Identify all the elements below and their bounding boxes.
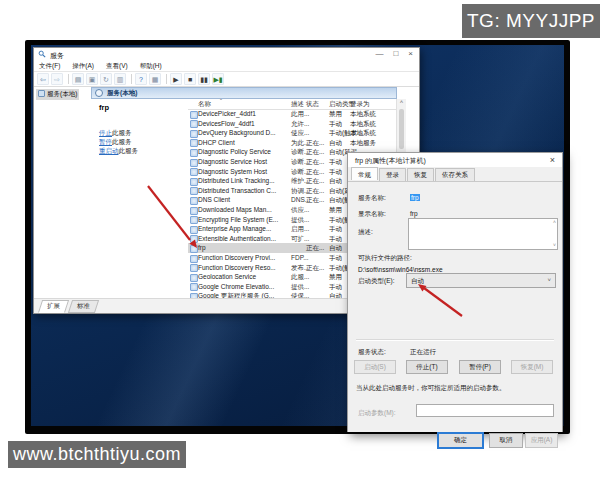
service-row[interactable]: DevicePicker_4ddf1此用...禁用本地系统: [188, 109, 396, 119]
description-textarea[interactable]: ˄ ˅: [408, 218, 558, 250]
service-gear-icon: [190, 130, 198, 138]
scroll-up-icon[interactable]: ˄: [397, 99, 406, 105]
service-gear-icon: [190, 178, 198, 186]
dialog-titlebar: frp 的属性(本地计算机) ×: [348, 153, 562, 167]
pause-button[interactable]: 暂停(P): [459, 360, 501, 374]
service-status-label: 服务状态:: [358, 348, 386, 357]
service-name-cell: DNS Client: [198, 196, 230, 203]
tab-logon[interactable]: 登录: [379, 168, 406, 181]
show-console-tree-icon[interactable]: ▤: [72, 73, 84, 85]
path-label: 可执行文件的路径:: [358, 254, 412, 263]
startup-params-input[interactable]: [416, 404, 554, 417]
dialog-title: frp 的属性(本地计算机): [355, 156, 426, 166]
scroll-down-icon[interactable]: ˅: [553, 243, 556, 248]
cancel-button[interactable]: 取消: [489, 433, 523, 448]
service-gear-icon: [190, 216, 198, 224]
service-gear-icon: [190, 168, 198, 176]
help-icon[interactable]: ?: [135, 73, 147, 85]
startup-type-dropdown[interactable]: 自动 ˅: [406, 273, 556, 288]
ok-button[interactable]: 确定: [438, 433, 483, 448]
watermark-url: www.btchthtiyu.com: [8, 441, 186, 468]
service-name-cell: Diagnostic System Host: [198, 168, 267, 175]
service-gear-icon: [190, 197, 198, 205]
menu-file[interactable]: 文件(F): [39, 62, 60, 71]
dialog-close-icon[interactable]: ×: [550, 155, 555, 165]
refresh-icon[interactable]: ↻: [100, 73, 112, 85]
menu-action[interactable]: 操作(A): [72, 62, 94, 71]
maximize-icon[interactable]: □: [393, 49, 398, 58]
toolbar-separator: [131, 74, 132, 84]
service-name-cell: DevQuery Background D...: [198, 129, 276, 136]
service-name-cell: Diagnostic Policy Service: [198, 148, 271, 155]
service-name-value: frp: [410, 194, 420, 201]
service-gear-icon: [190, 274, 198, 282]
close-icon[interactable]: ×: [408, 49, 413, 58]
service-name-cell: Extensible Authentication...: [198, 235, 276, 242]
desktop-background: 服务 — □ × 文件(F) 操作(A) 查看(V) 帮助(H) ⇦⇨▤▣↻▥?…: [25, 40, 570, 434]
services-toolbar: ⇦⇨▤▣↻▥?▦▶■▮▮▶▮: [34, 72, 419, 87]
pause-service-icon[interactable]: ▮▮: [198, 73, 210, 85]
restart-service-link[interactable]: 重启动此服务: [99, 147, 138, 156]
service-gear-icon: [190, 207, 198, 215]
service-name-cell: frp: [198, 244, 206, 251]
selected-service-panel: frp 停止此服务 暂停此服务 重启动此服务: [91, 99, 189, 299]
tab-extended[interactable]: 扩展: [38, 300, 69, 313]
service-gear-icon: [190, 111, 198, 119]
watermark-telegram: TG: MYYJJPP: [462, 4, 600, 38]
column-header-description[interactable]: 描述: [291, 100, 304, 109]
properties-icon[interactable]: ▣: [86, 73, 98, 85]
service-gear-icon: [190, 187, 198, 195]
pause-service-link[interactable]: 暂停此服务: [99, 138, 132, 147]
service-gear-icon: [190, 283, 198, 291]
tab-recovery[interactable]: 恢复: [407, 168, 434, 181]
service-name-cell: DevicePicker_4ddf1: [198, 110, 256, 117]
service-gear-icon: [190, 159, 198, 167]
scroll-up-icon[interactable]: ˄: [553, 220, 556, 225]
menu-view[interactable]: 查看(V): [106, 62, 128, 71]
services-node-icon: [38, 90, 45, 97]
column-header-logon-as[interactable]: 登录为: [350, 100, 370, 109]
service-row[interactable]: DHCP Client为此...正在...自动本地服务: [188, 138, 396, 148]
service-gear-icon: [190, 235, 198, 243]
stop-button[interactable]: 停止(T): [406, 360, 448, 374]
service-row[interactable]: DevicesFlow_4ddf1允许...手动本地系统: [188, 119, 396, 129]
start-button: 启动(S): [354, 360, 396, 374]
column-header-name[interactable]: 名称: [198, 100, 211, 109]
export-list-icon[interactable]: ▥: [114, 73, 126, 85]
executable-path-value: D:\soft\nssm\win64\nssm.exe: [358, 266, 443, 273]
window-title: 服务: [50, 51, 64, 61]
toolbar-separator: [166, 74, 167, 84]
tree-item-services-local[interactable]: 服务(本地): [36, 89, 79, 100]
restart-service-icon[interactable]: ▶▮: [212, 73, 224, 85]
service-gear-icon: [190, 245, 198, 253]
startup-type-label: 启动类型(E):: [358, 277, 394, 286]
stop-service-icon[interactable]: ■: [184, 73, 196, 85]
services-app-icon: [38, 50, 46, 58]
standard-view-icon[interactable]: ▦: [149, 73, 161, 85]
startup-type-value: 自动: [411, 277, 424, 286]
forward-icon[interactable]: ⇨: [51, 73, 63, 85]
services-menubar: 文件(F) 操作(A) 查看(V) 帮助(H): [34, 61, 419, 72]
service-name-cell: Function Discovery Provi...: [198, 254, 275, 261]
minimize-icon[interactable]: —: [375, 49, 383, 58]
back-icon[interactable]: ⇦: [37, 73, 49, 85]
startup-params-hint: 当从此处启动服务时，你可指定所适用的启动参数。: [356, 384, 556, 393]
general-tab-page: 服务名称: frp 显示名称: frp 描述: ˄ ˅ 可执行文件的路径: D:…: [348, 181, 562, 432]
tab-general[interactable]: 常规: [351, 167, 378, 180]
service-gear-icon: [190, 149, 198, 157]
services-titlebar: 服务 — □ ×: [34, 48, 419, 61]
tab-standard[interactable]: 标准: [68, 300, 99, 313]
start-service-icon[interactable]: ▶: [170, 73, 182, 85]
service-name-cell: Diagnostic Service Host: [198, 158, 267, 165]
stop-service-link[interactable]: 停止此服务: [99, 129, 132, 138]
service-gear-icon: [190, 139, 198, 147]
service-row[interactable]: DevQuery Background D...使应...手动(触发...本地系…: [188, 128, 396, 138]
service-gear-icon: [190, 255, 198, 263]
apply-button: 应用(A): [525, 433, 558, 448]
tab-dependencies[interactable]: 依存关系: [435, 168, 475, 181]
menu-help[interactable]: 帮助(H): [140, 62, 162, 71]
services-header-icon: [95, 89, 103, 97]
scrollbar-thumb[interactable]: [399, 109, 404, 149]
column-header-status[interactable]: 状态: [306, 100, 319, 109]
service-name-cell: Function Discovery Reso...: [198, 264, 276, 271]
